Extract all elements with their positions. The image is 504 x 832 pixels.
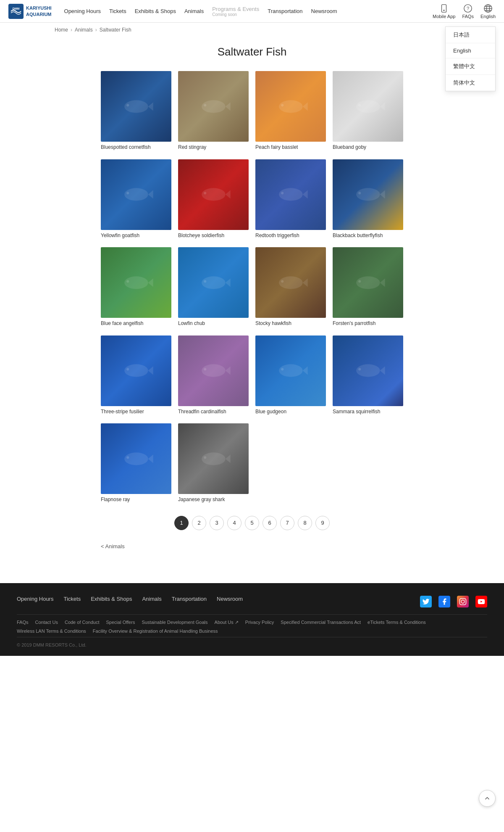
svg-marker-18 [302,102,307,111]
fish-card[interactable]: Blackback butterflyfish [333,159,403,239]
logo-text: KARIYUSHIAQUARIUM [26,5,52,17]
footer-nav-link[interactable]: Opening Hours [17,596,53,602]
fish-name: Flapnose ray [101,497,171,503]
footer-nav-link[interactable]: Tickets [63,596,81,602]
fish-card[interactable]: Blueband goby [333,71,403,151]
fish-card[interactable]: Blue gudgeon [255,335,326,415]
fish-card[interactable]: Forsten's parrotfish [333,247,403,327]
youtube-play-icon [478,598,485,605]
nav-exhibits-shops[interactable]: Exhibits & Shops [135,8,176,14]
fish-image [101,247,171,318]
youtube-icon[interactable] [475,596,487,607]
footer-nav: Opening HoursTicketsExhibits & ShopsAnim… [17,596,243,602]
fish-name: Blotcheye soldierfish [178,232,249,239]
fish-image [178,159,249,230]
fish-card[interactable]: Redtooth triggerfish [255,159,326,239]
fish-card[interactable]: Japanese gray shark [178,423,249,503]
nav-animals[interactable]: Animals [184,8,204,14]
footer-nav-link[interactable]: Transportation [172,596,207,602]
fish-silhouette [192,349,235,392]
footer-bottom-link[interactable]: Contact Us [35,620,58,625]
fish-image [101,159,171,230]
fish-card[interactable]: Threadfin cardinalfish [178,335,249,415]
fish-card[interactable]: Yellowfin goatfish [101,159,171,239]
fish-image [333,247,403,318]
fish-name: Sammara squirrelfish [333,409,403,415]
fish-image [333,159,403,230]
faqs-button[interactable]: ? FAQs [462,4,474,19]
footer-nav-link[interactable]: Animals [142,596,161,602]
fish-card[interactable]: Peach fairy basslet [255,71,326,151]
nav-transportation[interactable]: Transportation [268,8,302,14]
fish-image [255,335,326,406]
nav-tickets[interactable]: Tickets [109,8,126,14]
footer-nav-link[interactable]: Newsroom [217,596,243,602]
lang-english[interactable]: English [446,43,495,58]
lang-simplified-chinese[interactable]: 简体中文 [446,75,495,91]
footer-bottom-link[interactable]: About Us ↗ [215,620,239,625]
fish-card[interactable]: Stocky hawkfish [255,247,326,327]
page-button-7[interactable]: 7 [280,516,294,530]
svg-point-61 [126,456,129,459]
svg-point-28 [204,192,206,195]
fish-name: Blueband goby [333,144,403,151]
breadcrumb-home[interactable]: Home [55,27,68,33]
fish-card[interactable]: Bluespotted cornetfish [101,71,171,151]
page-button-1[interactable]: 1 [174,516,189,530]
footer-bottom-link[interactable]: Code of Conduct [65,620,100,625]
page-button-8[interactable]: 8 [298,516,312,530]
page-button-4[interactable]: 4 [227,516,242,530]
svg-marker-36 [148,278,153,287]
page-button-2[interactable]: 2 [192,516,206,530]
fish-name: Bluespotted cornetfish [101,144,171,151]
fish-silhouette [270,349,312,392]
nav-links: Opening Hours Tickets Exhibits & Shops A… [64,6,433,17]
footer-bottom-link[interactable]: eTickets Terms & Conditions [368,620,426,625]
breadcrumb: Home › Animals › Saltwater Fish [0,23,504,37]
footer-bottom-link[interactable]: Special Offers [106,620,135,625]
footer-bottom-link[interactable]: FAQs [17,620,29,625]
page-button-6[interactable]: 6 [262,516,277,530]
language-button[interactable]: English 日本語 English 繁體中文 简体中文 [480,4,496,19]
page-button-3[interactable]: 3 [210,516,224,530]
facebook-f-icon [441,598,448,605]
lang-japanese[interactable]: 日本語 [446,27,495,43]
footer-nav-link[interactable]: Exhibits & Shops [91,596,132,602]
twitter-icon[interactable] [420,596,432,607]
footer-bottom-link[interactable]: Facility Overview & Registration of Anim… [93,629,218,634]
fish-card[interactable]: Blue face angelfish [101,247,171,327]
lang-traditional-chinese[interactable]: 繁體中文 [446,58,495,75]
svg-point-11 [124,100,148,113]
svg-point-46 [358,280,361,283]
mobile-app-button[interactable]: Mobile App [433,4,455,19]
fish-card[interactable]: Flapnose ray [101,423,171,503]
fish-image [101,423,171,494]
nav-opening-hours[interactable]: Opening Hours [64,8,101,14]
svg-point-37 [126,280,129,283]
instagram-icon[interactable] [457,596,469,607]
svg-rect-2 [442,4,446,12]
svg-marker-60 [148,454,153,463]
svg-point-59 [124,452,148,465]
fish-silhouette [115,173,158,216]
page-button-9[interactable]: 9 [315,516,330,530]
breadcrumb-animals[interactable]: Animals [75,27,93,33]
footer-bottom-link[interactable]: Sustainable Development Goals [142,620,207,625]
facebook-icon[interactable] [438,596,450,607]
fish-card[interactable]: Lowfin chub [178,247,249,327]
fish-image [101,335,171,406]
back-to-animals[interactable]: < Animals [101,543,125,549]
footer-top: Opening HoursTicketsExhibits & ShopsAnim… [17,596,487,615]
nav-programs-events[interactable]: Programs & Events Coming soon [212,6,259,17]
fish-card[interactable]: Blotcheye soldierfish [178,159,249,239]
page-button-5[interactable]: 5 [245,516,259,530]
footer-bottom-link[interactable]: Privacy Policy [245,620,274,625]
site-logo[interactable]: DMM KARIYUSHIAQUARIUM [8,4,52,19]
fish-card[interactable]: Sammara squirrelfish [333,335,403,415]
fish-card[interactable]: Three-stripe fusilier [101,335,171,415]
nav-newsroom[interactable]: Newsroom [311,8,337,14]
footer-bottom-link[interactable]: Specified Commercial Transactions Act [281,620,361,625]
footer-bottom-link[interactable]: Wireless LAN Terms & Conditions [17,629,86,634]
fish-silhouette [347,261,389,304]
fish-card[interactable]: Red stingray [178,71,249,151]
